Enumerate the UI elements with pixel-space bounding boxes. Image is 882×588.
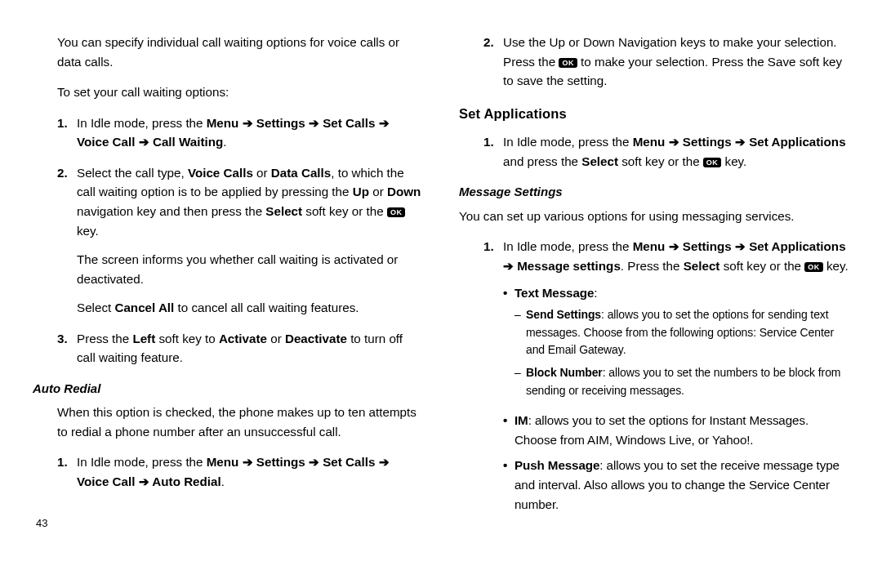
- list-marker: 3.: [57, 329, 77, 368]
- ok-key-icon: OK: [703, 158, 722, 167]
- list-item: 1. In Idle mode, press the Menu ➔ Settin…: [33, 114, 423, 152]
- text-bold: Up: [353, 185, 369, 198]
- text-bold: Down: [387, 185, 421, 198]
- text-bold: Left: [132, 332, 155, 345]
- two-column-layout: You can specify individual call waiting …: [33, 33, 849, 532]
- text: key.: [77, 224, 99, 238]
- text-bold: Block Number: [526, 366, 603, 379]
- list-body: In Idle mode, press the Menu ➔ Settings …: [503, 237, 849, 520]
- arrow-icon: ➔: [669, 135, 679, 149]
- ok-key-icon: OK: [804, 262, 823, 272]
- text: Select: [77, 301, 114, 314]
- text-bold: Select: [581, 154, 618, 168]
- arrow-icon: ➔: [139, 135, 149, 149]
- paragraph: When this option is checked, the phone m…: [33, 403, 423, 441]
- text: and press the: [503, 154, 581, 168]
- arrow-icon: ➔: [669, 239, 679, 253]
- text-bold: Voice Calls: [188, 166, 253, 180]
- list-marker: 2.: [57, 163, 77, 318]
- text: Select the call type,: [77, 166, 188, 180]
- text-bold: Text Message: [514, 286, 594, 300]
- arrow-icon: ➔: [243, 455, 253, 469]
- bullet-marker: •: [503, 283, 514, 404]
- text: or: [267, 332, 285, 345]
- list-item: 1. In Idle mode, press the Menu ➔ Settin…: [459, 132, 849, 171]
- text: In Idle mode, press the: [77, 116, 207, 130]
- arrow-icon: ➔: [309, 455, 319, 469]
- bullet-body: Push Message: allows you to set the rece…: [514, 456, 849, 514]
- text: : allows you to set the options for Inst…: [514, 413, 808, 447]
- list-body: In Idle mode, press the Menu ➔ Settings …: [503, 132, 849, 171]
- text: soft key or the: [719, 259, 804, 273]
- paragraph: To set your call waiting options:: [33, 82, 423, 102]
- ordered-list: 1. In Idle mode, press the Menu ➔ Settin…: [459, 132, 849, 171]
- list-body: Press the Left soft key to Activate or D…: [77, 329, 423, 368]
- list-marker: 1.: [57, 452, 77, 491]
- text: In Idle mode, press the: [503, 239, 633, 253]
- text-bold: Menu: [633, 239, 669, 253]
- text: Press the: [77, 332, 132, 345]
- ordered-list: 1. In Idle mode, press the Menu ➔ Settin…: [33, 114, 423, 368]
- paragraph: Select Cancel All to cancel all call wai…: [77, 298, 423, 318]
- text-bold: Deactivate: [285, 332, 347, 345]
- paragraph: You can set up various options for using…: [459, 207, 849, 226]
- text-bold: Menu: [207, 455, 243, 469]
- text: to cancel all call waiting features.: [174, 301, 359, 314]
- left-column: You can specify individual call waiting …: [33, 33, 423, 532]
- text: .: [223, 135, 226, 149]
- text: In Idle mode, press the: [503, 135, 633, 149]
- arrow-icon: ➔: [309, 116, 319, 130]
- ordered-list: 1. In Idle mode, press the Menu ➔ Settin…: [459, 237, 849, 520]
- page-number: 43: [33, 515, 423, 532]
- sub-bullet-body: Send Settings: allows you to set the opt…: [526, 306, 849, 359]
- bullet-body: Text Message: – Send Settings: allows yo…: [514, 283, 849, 404]
- text: key.: [823, 259, 849, 273]
- bullet-marker: •: [503, 456, 514, 514]
- list-marker: 2.: [483, 33, 503, 91]
- text: . Press the: [621, 259, 684, 273]
- text-bold: IM: [514, 413, 528, 427]
- paragraph: The screen informs you whether call wait…: [77, 250, 423, 288]
- sub-bullet-item: – Block Number: allows you to set the nu…: [514, 364, 849, 399]
- text-bold: Voice Call: [77, 135, 139, 149]
- arrow-icon: ➔: [379, 116, 390, 130]
- text-bold: Activate: [219, 332, 267, 345]
- subsection-heading: Message Settings: [459, 182, 849, 201]
- arrow-icon: ➔: [379, 455, 390, 469]
- text-bold: Select: [684, 259, 720, 273]
- list-item: 3. Press the Left soft key to Activate o…: [33, 329, 423, 368]
- arrow-icon: ➔: [735, 239, 746, 253]
- paragraph: You can specify individual call waiting …: [33, 33, 423, 71]
- bullet-item: • Push Message: allows you to set the re…: [503, 456, 849, 514]
- text-bold: Set Applications: [746, 239, 846, 253]
- text-bold: Set Calls: [319, 455, 379, 469]
- text-bold: Call Waiting: [149, 135, 224, 149]
- text-bold: Data Calls: [271, 166, 331, 180]
- arrow-icon: ➔: [735, 135, 746, 149]
- text: .: [221, 474, 225, 488]
- text-bold: Menu: [207, 116, 243, 130]
- list-body: Use the Up or Down Navigation keys to ma…: [503, 33, 849, 91]
- ordered-list: 1. In Idle mode, press the Menu ➔ Settin…: [33, 452, 423, 491]
- arrow-icon: ➔: [503, 259, 514, 273]
- manual-page: You can specify individual call waiting …: [0, 0, 882, 588]
- text-bold: Send Settings: [526, 308, 601, 321]
- text: soft key or the: [618, 154, 703, 168]
- text-bold: Settings: [679, 135, 735, 149]
- text: soft key to: [155, 332, 219, 345]
- text-bold: Set Calls: [319, 116, 379, 130]
- list-body: In Idle mode, press the Menu ➔ Settings …: [77, 114, 423, 152]
- bullet-item: • IM: allows you to set the options for …: [503, 411, 849, 449]
- arrow-icon: ➔: [243, 116, 253, 130]
- bullet-marker: •: [503, 411, 514, 449]
- text-bold: Settings: [253, 455, 309, 469]
- subsection-heading: Auto Redial: [33, 379, 423, 398]
- text-bold: Message settings: [514, 259, 621, 273]
- arrow-icon: ➔: [139, 474, 149, 488]
- ok-key-icon: OK: [387, 207, 406, 217]
- text-bold: Voice Call: [77, 474, 139, 488]
- sub-bullet-list: – Send Settings: allows you to set the o…: [514, 306, 849, 399]
- bullet-body: IM: allows you to set the options for In…: [514, 411, 849, 449]
- list-item: 1. In Idle mode, press the Menu ➔ Settin…: [33, 452, 423, 491]
- right-column: 2. Use the Up or Down Navigation keys to…: [459, 33, 849, 532]
